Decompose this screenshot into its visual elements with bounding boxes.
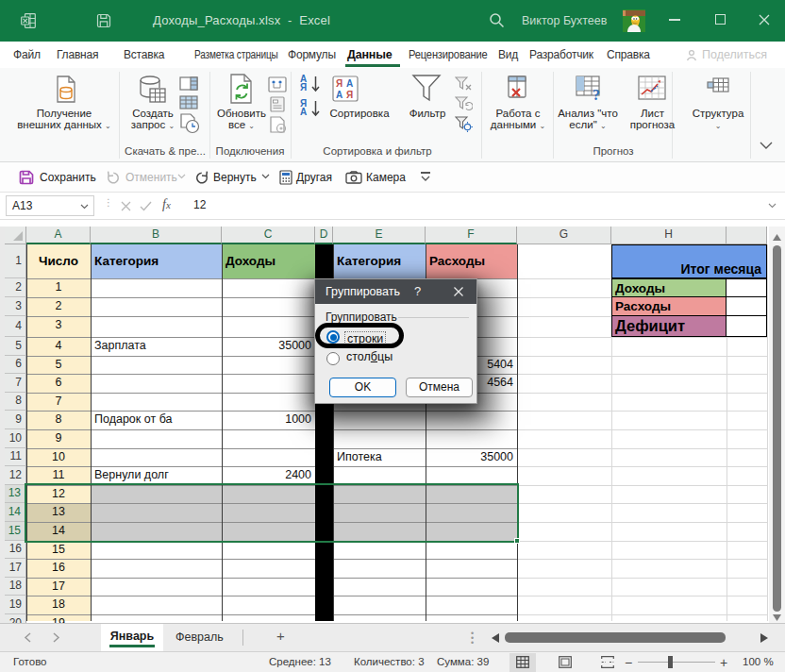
svg-text:Я: Я [336,78,342,89]
svg-text:А: А [336,90,342,100]
svg-text:А: А [346,78,353,89]
svg-text:?: ? [593,87,600,102]
svg-text:Я: Я [346,90,353,100]
